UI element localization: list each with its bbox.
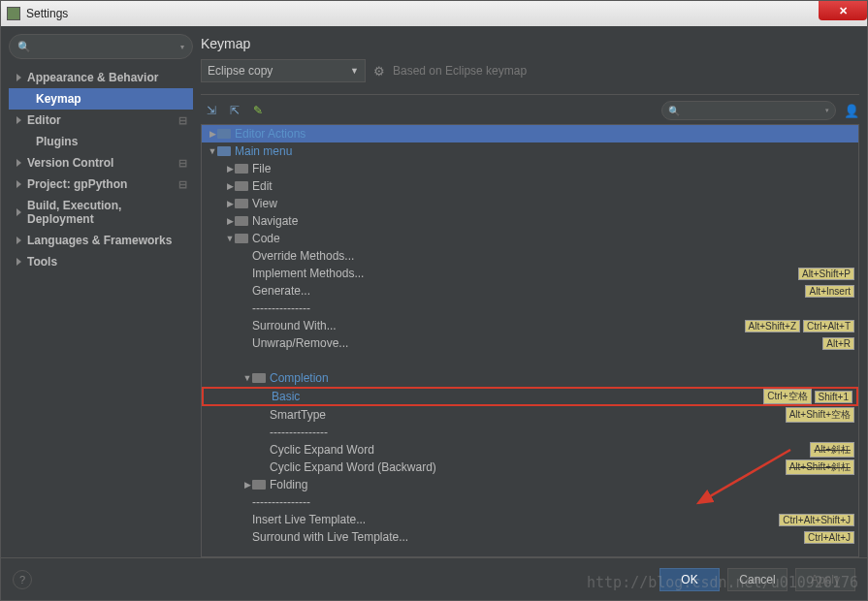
folder-icon (217, 146, 231, 156)
sidebar-item[interactable]: Build, Execution, Deployment (9, 195, 193, 230)
keymap-selector-row: Eclipse copy ▼ ⚙ Based on Eclipse keymap (201, 59, 859, 82)
tree-arrow-icon: ▼ (242, 373, 252, 383)
ok-button[interactable]: OK (659, 568, 720, 591)
toolbar: ⇲ ⇱ ✎ 🔍 ▾ 👤 (201, 101, 859, 120)
sidebar-item-label: Plugins (36, 135, 78, 148)
tree-row[interactable]: ▼Main menu (202, 142, 858, 160)
sidebar-items: Appearance & BehaviorKeymapEditor⊟Plugin… (9, 67, 193, 272)
shortcut-badge: Alt+Shift+P (798, 268, 854, 280)
tree-arrow-icon (260, 445, 270, 455)
app-icon (7, 7, 20, 20)
tree-row[interactable]: ▶File (202, 160, 858, 177)
tree-label: Unwrap/Remove... (252, 336, 820, 350)
tree-arrow-icon (242, 269, 252, 278)
tree-row[interactable]: --------------- (202, 300, 858, 317)
tree-row[interactable]: --------------- (202, 493, 858, 511)
shortcut-badge: Alt+R (822, 337, 854, 350)
tree-row[interactable]: Override Methods... (202, 247, 858, 265)
tree-row[interactable]: BasicCtrl+空格Shift+1 (202, 387, 858, 406)
tree-label: Generate... (252, 284, 802, 298)
tree-row[interactable]: ▶Editor Actions (202, 125, 858, 142)
apply-button[interactable]: Apply (795, 568, 855, 591)
tree-row[interactable]: ▶View (202, 195, 858, 212)
tree-label: --------------- (252, 301, 854, 315)
tree-label: Folding (270, 478, 854, 491)
shortcut-badge: Alt+Shift+空格 (786, 407, 854, 423)
folder-icon (235, 181, 248, 191)
help-button[interactable]: ? (13, 570, 32, 589)
shortcut-badge: Alt+Shift+斜杠 (786, 459, 854, 475)
tree-label: Surround With... (252, 319, 742, 332)
folder-icon (252, 480, 266, 490)
based-on-label: Based on Eclipse keymap (393, 64, 527, 78)
sidebar-item[interactable]: Project: gpPython⊟ (9, 174, 193, 195)
tree-row[interactable]: SmartTypeAlt+Shift+空格 (202, 406, 858, 424)
tree-label: --------------- (270, 426, 854, 439)
folder-icon (217, 129, 231, 139)
sidebar-search[interactable]: 🔍 ▾ (9, 34, 193, 59)
tree-row[interactable]: Insert Live Template...Ctrl+Alt+Shift+J (202, 511, 858, 528)
tree-row[interactable]: ▶Edit (202, 177, 858, 195)
tree-label: Insert Live Template... (252, 513, 776, 526)
find-by-shortcut-icon[interactable]: 👤 (844, 104, 859, 118)
action-search-input[interactable] (684, 105, 825, 116)
tree-arrow-icon (260, 410, 270, 420)
edit-icon[interactable]: ✎ (251, 104, 265, 117)
sidebar-search-input[interactable] (35, 40, 180, 53)
tree-row[interactable]: ▶Navigate (202, 212, 858, 230)
tree-row[interactable]: ▶Folding (202, 476, 858, 493)
tree-label: Surround with Live Template... (252, 530, 801, 544)
tree-label: File (252, 162, 854, 175)
tree-arrow-icon: ▶ (208, 129, 217, 139)
expand-all-icon[interactable]: ⇲ (205, 104, 218, 117)
tree-label: --------------- (252, 495, 854, 509)
keymap-tree: ▶Editor Actions▼Main menu▶File▶Edit▶View… (201, 124, 859, 557)
tree-label: Navigate (252, 214, 854, 228)
tree-row[interactable]: Cyclic Expand Word (Backward)Alt+Shift+斜… (202, 459, 858, 476)
tree-label: Cyclic Expand Word (270, 443, 807, 457)
sidebar-item[interactable]: Languages & Frameworks (9, 230, 193, 251)
tree-row[interactable]: Surround with Live Template...Ctrl+Alt+J (202, 528, 858, 546)
sidebar-item[interactable]: Plugins (9, 131, 193, 152)
close-button[interactable]: ✕ (819, 1, 867, 20)
tree-label: Cyclic Expand Word (Backward) (270, 460, 783, 474)
dropdown-icon[interactable]: ▾ (825, 107, 829, 114)
tree-arrow-icon (260, 427, 270, 437)
tree-arrow-icon (242, 251, 252, 261)
tree-row[interactable]: Implement Methods...Alt+Shift+P (202, 265, 858, 282)
tree-row[interactable]: ▼Completion (202, 369, 858, 387)
tree-label: SmartType (270, 408, 783, 422)
shortcut-badge: Shift+1 (815, 391, 852, 403)
cancel-button[interactable]: Cancel (727, 568, 788, 591)
tree-row[interactable]: Cyclic Expand WordAlt+斜杠 (202, 441, 858, 459)
chevron-down-icon: ▼ (350, 66, 359, 76)
tree-row[interactable]: --------------- (202, 424, 858, 441)
gear-icon[interactable]: ⚙ (373, 64, 385, 79)
sidebar-item-label: Languages & Frameworks (27, 234, 172, 247)
tree-scroll[interactable]: ▶Editor Actions▼Main menu▶File▶Edit▶View… (202, 125, 858, 556)
tree-row[interactable]: ▼Code (202, 230, 858, 247)
tree-label: Main menu (235, 144, 854, 158)
collapse-all-icon[interactable]: ⇱ (228, 104, 241, 117)
sidebar-item[interactable]: Keymap (9, 88, 193, 110)
expand-arrow-icon (16, 116, 21, 124)
tree-row[interactable]: Generate...Alt+Insert (202, 282, 858, 300)
sidebar-item[interactable]: Tools (9, 251, 193, 272)
expand-arrow-icon (16, 180, 21, 188)
tree-row[interactable]: Surround With...Alt+Shift+ZCtrl+Alt+T (202, 317, 858, 334)
tree-arrow-icon (242, 321, 252, 331)
tree-row[interactable] (202, 352, 858, 369)
sidebar-item[interactable]: Editor⊟ (9, 110, 193, 131)
sidebar-item[interactable]: Version Control⊟ (9, 152, 193, 174)
folder-icon (235, 216, 248, 226)
shortcut-badge: Ctrl+Alt+J (804, 531, 854, 544)
dropdown-icon[interactable]: ▾ (180, 43, 184, 51)
tree-arrow-icon (242, 497, 252, 507)
sidebar: 🔍 ▾ Appearance & BehaviorKeymapEditor⊟Pl… (9, 34, 193, 557)
sidebar-item[interactable]: Appearance & Behavior (9, 67, 193, 88)
action-search[interactable]: 🔍 ▾ (661, 101, 836, 120)
footer: ? OK Cancel Apply (1, 557, 867, 600)
sidebar-item-label: Keymap (36, 92, 81, 106)
keymap-dropdown[interactable]: Eclipse copy ▼ (201, 59, 366, 82)
tree-row[interactable]: Unwrap/Remove...Alt+R (202, 334, 858, 352)
